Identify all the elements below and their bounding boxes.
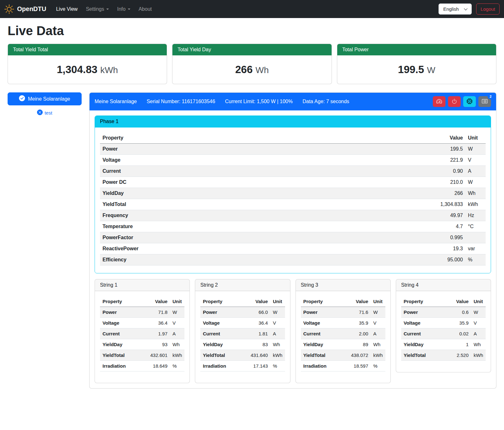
table-row: Frequency49.97Hz [100,210,486,221]
unit-cell: kWh [170,350,184,361]
table-row: YieldTotal1,304.833kWh [100,199,486,210]
unit-cell: kWh [371,350,385,361]
table-row: Voltage35.9V [301,318,385,328]
unit-header: Unit [170,296,184,307]
table-row: Temperature4.7°C [100,221,486,232]
language-selected-value: English [443,6,459,12]
value-cell: 95.000 [418,254,465,265]
string-card: String 1 Property Value Unit Power71.8WV… [95,279,190,383]
property-header: Property [100,133,418,144]
value-cell: 0.90 [418,166,465,177]
property-cell: YieldTotal [200,350,247,361]
nav-item-settings[interactable]: Settings [82,4,113,15]
summary-cards-row: Total Yield Total 1,304.83 kWh Total Yie… [8,44,496,84]
table-row: Irradiation18.597% [301,361,385,371]
value-cell: 36.4 [247,318,271,328]
table-row: YieldDay93Wh [100,339,184,350]
property-cell: Current [200,328,247,339]
value-cell: 4.7 [418,221,465,232]
nav-item-settings-label: Settings [86,6,104,12]
unit-cell: V [271,318,285,328]
nav-item-live-view[interactable]: Live View [52,4,82,15]
power-toggle-button[interactable] [448,96,461,107]
property-cell: YieldTotal [401,350,448,361]
property-header: Property [301,296,347,307]
property-cell: Irradiation [100,361,146,371]
inverter-selector-column: Meine Solaranlage test [8,92,82,116]
property-cell: Efficiency [100,254,418,265]
string-table: Property Value Unit Power71.8WVoltage36.… [100,296,184,371]
table-row: YieldDay1Wh [401,339,486,350]
inverter-data-age: Data Age: 7 seconds [302,99,349,104]
test-link[interactable]: test [37,109,52,116]
summary-card-unit: kWh [100,65,118,75]
unit-cell: V [170,318,184,328]
unit-cell: % [465,254,486,265]
event-count-badge: 2 [488,94,494,99]
property-cell: YieldTotal [100,199,418,210]
event-log-button[interactable]: 2 [478,96,491,107]
property-cell: YieldDay [200,339,247,350]
table-row: Voltage221.9V [100,155,486,166]
language-select[interactable]: English [439,3,472,15]
strings-row: String 1 Property Value Unit Power71.8WV… [95,279,491,383]
string-card: String 2 Property Value Unit Power66.0WV… [195,279,290,383]
inverter-select-button[interactable]: Meine Solaranlage [8,92,82,105]
value-cell: 19.3 [418,243,465,254]
value-cell: 49.97 [418,210,465,221]
unit-cell: kWh [471,350,486,361]
inverter-name: Meine Solaranlage [95,99,137,104]
unit-cell: Wh [471,339,486,350]
property-header: Property [401,296,448,307]
logout-button[interactable]: Logout [476,3,500,15]
x-circle-icon [37,109,43,116]
value-cell: 36.4 [146,318,170,328]
value-cell: 35.9 [448,318,471,328]
table-row: Voltage35.9V [401,318,486,328]
limit-settings-button[interactable] [433,96,445,107]
string-card-title: String 3 [296,279,390,291]
nav-item-about[interactable]: About [134,4,156,15]
summary-card-total-yield-total: Total Yield Total 1,304.83 kWh [8,44,167,84]
unit-cell: Wh [271,339,285,350]
table-row: Current0.02A [401,328,486,339]
summary-card-total-power: Total Power 199.5 W [337,44,496,84]
brand-link[interactable]: OpenDTU [4,4,46,14]
string-card-title: String 4 [396,279,491,291]
inverter-actions: 2 [433,96,491,107]
device-info-button[interactable] [463,96,476,107]
value-header: Value [448,296,471,307]
table-row: Current1.97A [100,328,184,339]
property-cell: Voltage [301,318,347,328]
sun-icon [4,4,14,14]
value-cell: 71.6 [347,307,371,318]
unit-cell: V [371,318,385,328]
table-row: Power71.8W [100,307,184,318]
value-cell: 66.0 [247,307,271,318]
value-cell: 0.6 [448,307,471,318]
unit-header: Unit [471,296,486,307]
unit-cell: % [170,361,184,371]
table-row: YieldDay89Wh [301,339,385,350]
property-cell: YieldDay [100,188,418,199]
property-cell: Voltage [100,318,146,328]
summary-card-title: Total Yield Total [8,44,167,55]
unit-cell: % [371,361,385,371]
phase-table-body: Power199.5WVoltage221.9VCurrent0.90APowe… [100,144,486,265]
property-cell: Power [401,307,448,318]
value-cell: 210.0 [418,177,465,188]
nav-item-info[interactable]: Info [113,4,134,15]
unit-header: Unit [371,296,385,307]
property-cell: Power [100,144,418,155]
unit-cell: A [271,328,285,339]
string-card-title: String 1 [95,279,190,291]
phase-card-title: Phase 1 [95,116,491,128]
table-row: YieldTotal2.520kWh [401,350,486,361]
inverter-current-limit: Current Limit: 1,500 W | 100% [225,99,293,104]
table-row: Power71.6W [301,307,385,318]
unit-cell: Wh [371,339,385,350]
unit-cell: kWh [465,199,486,210]
value-cell: 1.81 [247,328,271,339]
value-cell: 35.9 [347,318,371,328]
unit-cell: A [471,328,486,339]
